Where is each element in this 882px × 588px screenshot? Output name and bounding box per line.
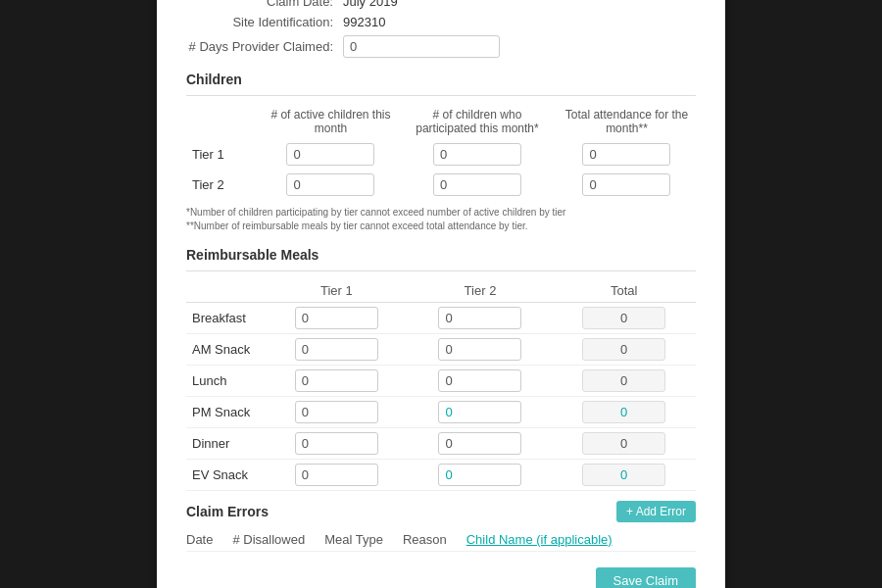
meals-table: Tier 1 Tier 2 Total Breakfast0AM Snack0L… (186, 279, 696, 491)
save-claim-button[interactable]: Save Claim (596, 567, 696, 588)
meal-label: PM Snack (186, 397, 265, 428)
col-date: Date (186, 532, 213, 547)
tier1-active-children[interactable] (286, 143, 374, 166)
tier1-participated-children[interactable] (433, 143, 521, 166)
site-id-value: 992310 (343, 15, 385, 29)
meal-total: 0 (582, 432, 665, 455)
meals-col-tier1: Tier 1 (265, 279, 409, 303)
col-child-name: Child Name (if applicable) (466, 532, 612, 547)
meal-tier1-input[interactable] (295, 369, 378, 392)
children-tier1-row: Tier 1 (186, 139, 696, 170)
meal-row: EV Snack0 (186, 460, 696, 491)
meal-row: Breakfast0 (186, 303, 696, 334)
site-id-row: Site Identification: 992310 (186, 15, 696, 29)
days-claimed-input[interactable] (343, 35, 500, 58)
children-col1-header: # of active children this month (265, 104, 397, 139)
meal-total: 0 (582, 369, 665, 392)
meal-total: 0 (582, 307, 665, 329)
days-claimed-row: # Days Provider Claimed: (186, 35, 696, 58)
tier2-total-attendance[interactable] (582, 173, 670, 196)
meals-divider (186, 270, 696, 271)
meal-row: AM Snack0 (186, 334, 696, 366)
meal-tier2-input[interactable] (438, 432, 521, 455)
meal-label: Breakfast (186, 303, 265, 334)
claim-errors-columns: Date # Disallowed Meal Type Reason Child… (186, 528, 696, 552)
site-id-label: Site Identification: (186, 15, 343, 29)
meal-row: Lunch0 (186, 366, 696, 397)
meal-label: EV Snack (186, 460, 265, 491)
add-error-button[interactable]: + Add Error (616, 501, 696, 522)
col-disallowed: # Disallowed (232, 532, 305, 547)
meal-row: PM Snack0 (186, 397, 696, 428)
footnote2: **Number of reimbursable meals by tier c… (186, 220, 696, 233)
meal-tier2-input[interactable] (438, 307, 521, 329)
main-card: Claim Date: July 2019 Site Identificatio… (157, 0, 725, 588)
claim-date-label: Claim Date: (186, 0, 343, 9)
meal-tier1-input[interactable] (295, 432, 378, 455)
children-col3-header: Total attendance for the month** (558, 104, 696, 139)
tier1-total-attendance[interactable] (582, 143, 670, 166)
meal-total: 0 (582, 338, 665, 361)
meal-tier2-input[interactable] (438, 338, 521, 361)
tier2-participated-children[interactable] (433, 173, 521, 196)
claim-errors-title: Claim Errors (186, 504, 269, 519)
meal-tier1-input[interactable] (295, 464, 378, 486)
children-table: # of active children this month # of chi… (186, 104, 696, 200)
meal-label: AM Snack (186, 334, 265, 366)
meals-col-tier2: Tier 2 (409, 279, 553, 303)
claim-date-row: Claim Date: July 2019 (186, 0, 696, 9)
col-reason: Reason (403, 532, 447, 547)
meal-row: Dinner0 (186, 428, 696, 460)
meal-tier2-input[interactable] (438, 401, 521, 423)
meal-tier1-input[interactable] (295, 338, 378, 361)
meal-tier1-input[interactable] (295, 307, 378, 329)
tier1-label: Tier 1 (186, 139, 265, 170)
save-row: Save Claim (186, 567, 696, 588)
meal-label: Lunch (186, 366, 265, 397)
footnote1: *Number of children participating by tie… (186, 206, 696, 220)
children-tier2-row: Tier 2 (186, 170, 696, 200)
claim-errors-header: Claim Errors + Add Error (186, 501, 696, 522)
tier2-active-children[interactable] (286, 173, 374, 196)
meal-tier2-input[interactable] (438, 369, 521, 392)
tier2-label: Tier 2 (186, 170, 265, 200)
meals-section-title: Reimbursable Meals (186, 247, 696, 263)
children-col2-header: # of children who participated this mont… (397, 104, 558, 139)
children-divider (186, 95, 696, 96)
meals-col-total: Total (552, 279, 696, 303)
children-section-title: Children (186, 72, 696, 87)
meal-label: Dinner (186, 428, 265, 460)
col-meal-type: Meal Type (324, 532, 383, 547)
claim-date-value: July 2019 (343, 0, 398, 9)
meal-tier2-input[interactable] (438, 464, 521, 486)
meal-total: 0 (582, 464, 665, 486)
meal-total: 0 (582, 401, 665, 423)
children-footnotes: *Number of children participating by tie… (186, 206, 696, 233)
meal-tier1-input[interactable] (295, 401, 378, 423)
days-claimed-label: # Days Provider Claimed: (186, 39, 343, 54)
